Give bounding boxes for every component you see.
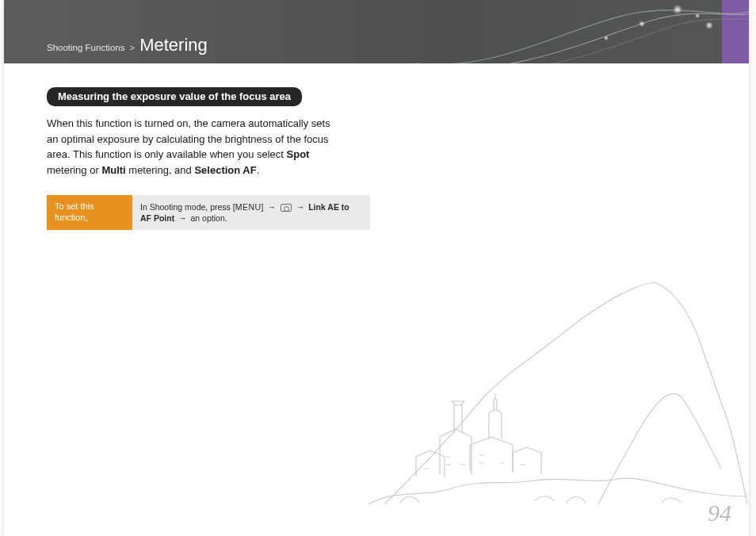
page-title: Metering (139, 36, 208, 54)
setting-label: To set this function, (47, 195, 132, 230)
setting-text: an option. (189, 213, 227, 223)
menu-button-glyph: MENU (235, 202, 262, 212)
breadcrumb-separator: > (129, 44, 135, 53)
accent-tab (722, 0, 749, 63)
page-number: 94 (708, 500, 731, 526)
para-text: metering, and (126, 164, 195, 176)
breadcrumb-section: Shooting Functions (47, 44, 124, 53)
arrow-icon: → (265, 202, 277, 212)
section-heading: Measuring the exposure value of the focu… (47, 87, 302, 106)
svg-point-1 (695, 13, 700, 18)
content-column: Measuring the exposure value of the focu… (4, 63, 376, 230)
camera-icon (281, 204, 292, 212)
document-page: Shooting Functions > Metering Measuring … (4, 0, 749, 536)
para-bold: Selection AF (194, 164, 256, 176)
body-paragraph: When this function is turned on, the cam… (47, 116, 334, 178)
para-bold: Multi (101, 164, 125, 176)
para-text: . (257, 164, 260, 176)
header-decoration (416, 0, 749, 63)
setting-instruction: In Shooting mode, press [MENU] → → Link … (132, 195, 370, 230)
setting-row: To set this function, In Shooting mode, … (47, 195, 370, 230)
setting-text: In Shooting mode, press [ (140, 202, 235, 212)
arrow-icon: → (295, 202, 307, 212)
svg-point-0 (673, 5, 682, 14)
svg-point-2 (639, 21, 645, 27)
breadcrumb: Shooting Functions > Metering (47, 36, 208, 54)
para-bold: Spot (287, 148, 310, 160)
svg-point-4 (604, 36, 609, 40)
page-header: Shooting Functions > Metering (4, 0, 749, 63)
arrow-icon: → (177, 213, 189, 223)
svg-point-3 (705, 21, 713, 29)
para-text: metering or (47, 164, 101, 176)
decorative-illustration (368, 266, 749, 520)
